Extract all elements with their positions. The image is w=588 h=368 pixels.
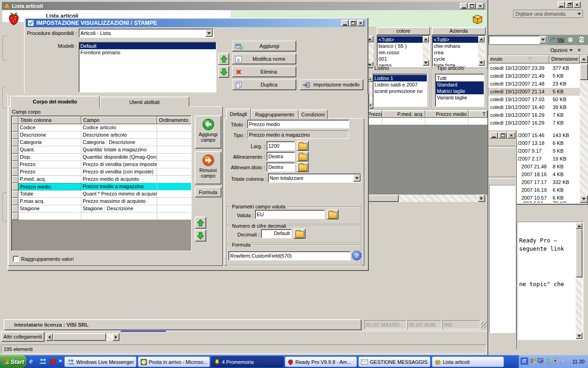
- outlook-minimize-button[interactable]: [558, 1, 565, 8]
- scrollbar-left-button[interactable]: [46, 333, 53, 341]
- list-item[interactable]: Standard: [436, 81, 484, 88]
- message-row[interactable]: 2007 18.16: [521, 171, 547, 178]
- message-row[interactable]: /2007 2.17: [518, 155, 542, 163]
- scrollbar-right-button[interactable]: [478, 195, 485, 202]
- aggiungi-button[interactable]: Aggiungi: [232, 40, 296, 52]
- importazione-modello-button[interactable]: Importazione modello: [300, 79, 363, 90]
- start-button[interactable]: Start: [0, 355, 27, 368]
- go-button[interactable]: Vai: [557, 37, 564, 42]
- tray-person-icon[interactable]: [546, 358, 551, 364]
- row-selector[interactable]: [12, 205, 18, 213]
- larg-input[interactable]: 1200: [266, 141, 295, 150]
- table-header-ordinamento[interactable]: Ordinamento: [157, 116, 192, 124]
- scrollbar-track[interactable]: [423, 42, 429, 60]
- message-row[interactable]: 2007 21.48: [521, 163, 547, 171]
- scrollbar-down-button[interactable]: [478, 60, 485, 66]
- fragment-maximize-button[interactable]: [498, 132, 507, 138]
- altri-collegamenti-button[interactable]: Altri collegamenti: [1, 332, 45, 342]
- resize-grip[interactable]: [481, 322, 487, 328]
- strawberry-quicklaunch-icon[interactable]: [49, 357, 57, 366]
- row-selector[interactable]: [12, 132, 18, 139]
- fragment-minimize-button[interactable]: [490, 132, 498, 138]
- message-row[interactable]: coledì 19/12/2007 17.03: [490, 96, 544, 104]
- taskbar-button-gestione[interactable]: GESTIONE MESSAGGIST...: [358, 356, 430, 367]
- valuta-folder-button[interactable]: [327, 209, 339, 219]
- preview-scrollbar-thumb[interactable]: [576, 229, 582, 277]
- list-item[interactable]: chie-mihara: [433, 43, 479, 49]
- allineamento-input[interactable]: Destra: [266, 152, 295, 161]
- scrollbar-track[interactable]: [478, 42, 485, 60]
- row-selector[interactable]: [12, 154, 18, 161]
- message-row[interactable]: /2007 15.46: [518, 132, 544, 139]
- taskbar-button-lista-articoli[interactable]: Lista articoli: [432, 356, 504, 367]
- message-row[interactable]: coledì 19/12/2007 21.49: [490, 72, 544, 80]
- azienda-header[interactable]: Azienda: [432, 27, 486, 35]
- row-selector[interactable]: [12, 124, 18, 132]
- list-item[interactable]: 001: [378, 56, 424, 62]
- taskbar-button-promemoria[interactable]: 4 Promemoria: [211, 356, 283, 367]
- list-item[interactable]: Tutti: [436, 75, 484, 81]
- procedure-combobox[interactable]: Articoli - Lista: [79, 29, 214, 38]
- formula-input[interactable]: RowItem.CustomField(570): [228, 251, 351, 260]
- scrollbar-right-button[interactable]: [113, 333, 119, 341]
- fragment-close-button[interactable]: ×: [507, 132, 515, 138]
- message-row[interactable]: coledì 19/12/2007 23.39: [490, 64, 544, 72]
- message-scrollbar-track[interactable]: [580, 63, 588, 203]
- refresh-page-icon[interactable]: [578, 36, 585, 43]
- outlook-restore-button[interactable]: [565, 1, 573, 8]
- dialog-minimize-button[interactable]: [341, 20, 349, 26]
- clock[interactable]: 11.30: [572, 359, 585, 364]
- larg-folder-button[interactable]: [297, 141, 309, 151]
- list-item[interactable]: bianco ( 55 ): [378, 43, 424, 49]
- list-item[interactable]: Matrici taglie: [436, 88, 484, 94]
- scrollbar-up-button[interactable]: [423, 36, 429, 42]
- model-move-up-button[interactable]: [218, 53, 229, 65]
- aggiungi-campo-button[interactable]: Aggiungicampo: [195, 115, 221, 149]
- stop-icon[interactable]: [566, 36, 574, 44]
- row-selector[interactable]: [12, 168, 18, 176]
- grid-hscrollbar-thumb[interactable]: [366, 195, 399, 202]
- rimuovi-campo-button[interactable]: Rimuovicampo: [195, 151, 221, 184]
- message-row[interactable]: coledì 19/12/2007 16.29: [490, 111, 544, 119]
- allineam-titolo-input[interactable]: Destra: [266, 162, 295, 172]
- message-row[interactable]: coledì 19/12/2007 16.40: [490, 104, 544, 111]
- tray-speaker-icon[interactable]: [553, 358, 559, 364]
- tab-utenti-abilitati[interactable]: Utenti abilitati: [100, 97, 189, 107]
- list-item[interactable]: crea: [433, 49, 479, 56]
- totale-colonna-dropdown-button[interactable]: [353, 174, 361, 182]
- links-scrollbar-track[interactable]: [106, 333, 113, 341]
- column-header-dimensione[interactable]: Dimensione: [549, 55, 580, 63]
- decimali-folder-button[interactable]: [294, 229, 305, 239]
- scrollbar-up-button[interactable]: [576, 223, 582, 229]
- tab-condizioni[interactable]: Condizioni: [299, 109, 328, 119]
- elimina-button[interactable]: Elimina: [232, 66, 296, 77]
- taskbar-button-posta[interactable]: Posta in arrivo - Microso...: [138, 356, 210, 367]
- tab-dettagli[interactable]: Dettagli: [226, 109, 251, 119]
- opzioni-button[interactable]: Opzioni: [550, 47, 573, 53]
- row-selector[interactable]: [12, 146, 18, 154]
- language-indicator[interactable]: IT: [520, 357, 528, 365]
- address-dropdown-button[interactable]: [539, 36, 547, 44]
- allineam-titolo-folder-button[interactable]: [297, 162, 309, 172]
- field-move-down-button[interactable]: [195, 230, 206, 242]
- list-item[interactable]: Fornitore primario: [79, 49, 216, 56]
- list-item[interactable]: Varianti taglie: [436, 94, 484, 101]
- row-selector[interactable]: [12, 139, 18, 146]
- hyperlink-fragment[interactable]: [121, 331, 166, 332]
- scrollbar-down-button[interactable]: [576, 333, 582, 339]
- scrollbar-down-button[interactable]: [423, 60, 429, 66]
- table-header-campo[interactable]: Campo: [81, 116, 157, 124]
- list-item[interactable]: <Tutti>: [378, 36, 424, 43]
- dialog-maximize-button[interactable]: [349, 20, 356, 26]
- tray-pen-icon[interactable]: [560, 357, 566, 364]
- scrollbar-up-button[interactable]: [580, 55, 588, 63]
- grid-header-pmed[interactable]: P.med. acq.: [382, 110, 425, 118]
- message-row[interactable]: 007 4.04: [523, 200, 543, 203]
- messenger-quicklaunch-icon[interactable]: [39, 358, 47, 365]
- message-row[interactable]: coledì 19/12/2007 21.48: [490, 80, 544, 88]
- package-icon[interactable]: [471, 12, 484, 25]
- message-row[interactable]: 2007 16.19: [521, 186, 547, 194]
- colore-header[interactable]: colore: [377, 27, 430, 35]
- grid-header-prezzo-medio[interactable]: Prezzo medio: [425, 110, 469, 118]
- procedure-dropdown-button[interactable]: [205, 29, 213, 37]
